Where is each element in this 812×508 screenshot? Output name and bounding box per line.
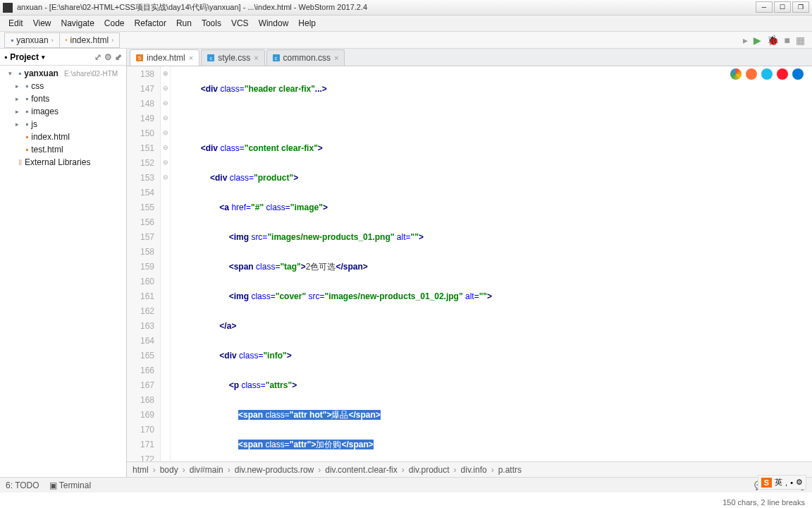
maximize-button[interactable]: ☐	[774, 1, 791, 13]
safari-icon[interactable]	[761, 68, 773, 80]
ime-settings-icon[interactable]: ⚙	[796, 478, 803, 487]
ime-width[interactable]: •	[790, 478, 793, 487]
edge-icon[interactable]	[792, 68, 804, 80]
chrome-icon[interactable]	[730, 68, 742, 80]
menu-view[interactable]: View	[29, 17, 56, 30]
tree-folder-fonts[interactable]: ▸▪fonts	[0, 92, 126, 105]
code-editor[interactable]: 1381471481491501511521531541551561571581…	[127, 66, 812, 461]
selection-info: 150 chars, 2 line breaks	[722, 498, 805, 507]
crumb-attrs[interactable]: p.attrs	[498, 465, 522, 475]
crumb-body[interactable]: body	[160, 465, 178, 475]
ime-punct[interactable]: ,	[785, 478, 787, 487]
menu-code[interactable]: Code	[100, 17, 129, 30]
stop-icon[interactable]: ■	[785, 35, 790, 46]
tree-external[interactable]: ⫴External Libraries	[0, 156, 126, 169]
tab-label: common.css	[283, 53, 331, 63]
toolbar-run: ▸ ▶ 🐞 ■ ▦	[743, 35, 805, 46]
tab-label: index.html	[147, 53, 185, 63]
tree-file-test[interactable]: ▪test.html	[0, 143, 126, 156]
editor-tabs: 5index.html× cstyle.css× ccommon.css×	[127, 49, 812, 66]
app-icon	[3, 3, 13, 13]
menu-help[interactable]: Help	[294, 17, 320, 30]
opera-icon[interactable]	[777, 68, 788, 80]
window-buttons: ─ ☐ ❐	[756, 1, 809, 13]
tab-index-html[interactable]: 5index.html×	[130, 49, 199, 66]
editor-breadcrumb[interactable]: html› body› div#main› div.new-products.r…	[127, 461, 812, 477]
tab-style-css[interactable]: cstyle.css×	[201, 49, 264, 66]
tree-folder-css[interactable]: ▸▪css	[0, 80, 126, 92]
close-icon[interactable]: ×	[334, 54, 338, 62]
close-icon[interactable]: ×	[254, 54, 258, 62]
menu-edit[interactable]: Edit	[4, 17, 27, 30]
minimize-button[interactable]: ─	[756, 1, 773, 13]
collapse-icon[interactable]: ⤢	[94, 52, 102, 62]
firefox-icon[interactable]	[746, 68, 757, 80]
menu-navigate[interactable]: Navigate	[56, 17, 98, 30]
menubar: Edit View Navigate Code Refactor Run Too…	[0, 16, 812, 32]
project-header-label: Project	[10, 52, 39, 62]
ime-lang[interactable]: 英	[775, 477, 782, 488]
crumb-product[interactable]: div.product	[409, 465, 450, 475]
statusbar: 6: TODO ▣ Terminal 💬 Event Log	[0, 477, 812, 492]
crumb-info[interactable]: div.info	[461, 465, 487, 475]
menu-run[interactable]: Run	[172, 17, 196, 30]
menu-refactor[interactable]: Refactor	[130, 17, 171, 30]
editor: 5index.html× cstyle.css× ccommon.css× 13…	[127, 49, 812, 477]
menu-tools[interactable]: Tools	[197, 17, 226, 30]
build-icon[interactable]: ▸	[743, 35, 748, 46]
nav-breadcrumb[interactable]: ▪yanxuan› ▪index.html›	[4, 32, 120, 48]
browser-preview-icons	[730, 68, 804, 80]
gear-icon[interactable]: ⚙	[104, 52, 112, 62]
menu-vcs[interactable]: VCS	[227, 17, 253, 30]
crumb-content[interactable]: div.content.clear-fix	[325, 465, 398, 475]
crumb-row[interactable]: div.new-products.row	[235, 465, 314, 475]
tree-file-index[interactable]: ▪index.html	[0, 131, 126, 143]
project-header[interactable]: ▪Project▾ ⤢⚙⬋	[0, 49, 126, 66]
code-content[interactable]: <div class="header clear-fix"...> <div c…	[171, 66, 812, 461]
fold-gutter[interactable]: ⊕⊖⊖⊖⊖⊖⊖⊖	[161, 66, 171, 461]
tree-folder-images[interactable]: ▸▪images	[0, 105, 126, 118]
nav-file[interactable]: index.html	[70, 35, 109, 45]
project-sidebar: ▪Project▾ ⤢⚙⬋ ▾▪yanxuanE:\share\02-HTM ▸…	[0, 49, 127, 477]
more-icon[interactable]: ▦	[796, 35, 805, 46]
tab-label: style.css	[218, 53, 250, 63]
titlebar: anxuan - [E:\share\02-HTML+CSS项目实战\day14…	[0, 0, 812, 16]
close-icon[interactable]: ×	[189, 54, 193, 62]
run-icon[interactable]: ▶	[753, 35, 761, 46]
ime-tray[interactable]: S 英 , • ⚙	[758, 475, 806, 490]
tree-folder-js[interactable]: ▸▪js	[0, 118, 126, 131]
terminal-button[interactable]: ▣ Terminal	[49, 480, 91, 490]
debug-icon[interactable]: 🐞	[767, 35, 779, 46]
crumb-html[interactable]: html	[133, 465, 149, 475]
nav-project[interactable]: yanxuan	[16, 35, 48, 45]
todo-button[interactable]: 6: TODO	[6, 480, 39, 490]
ime-icon[interactable]: S	[761, 478, 772, 488]
menu-window[interactable]: Window	[254, 17, 293, 30]
line-gutter: 1381471481491501511521531541551561571581…	[127, 66, 161, 461]
tab-common-css[interactable]: ccommon.css×	[266, 49, 345, 66]
project-tree[interactable]: ▾▪yanxuanE:\share\02-HTM ▸▪css ▸▪fonts ▸…	[0, 66, 126, 170]
restore-button[interactable]: ❐	[792, 1, 809, 13]
window-title: anxuan - [E:\share\02-HTML+CSS项目实战\day14…	[17, 2, 367, 13]
navigation-bar: ▪yanxuan› ▪index.html› ▸ ▶ 🐞 ■ ▦	[0, 32, 812, 49]
hide-icon[interactable]: ⬋	[115, 52, 122, 62]
tree-root[interactable]: ▾▪yanxuanE:\share\02-HTM	[0, 67, 126, 80]
crumb-main[interactable]: div#main	[190, 465, 223, 475]
